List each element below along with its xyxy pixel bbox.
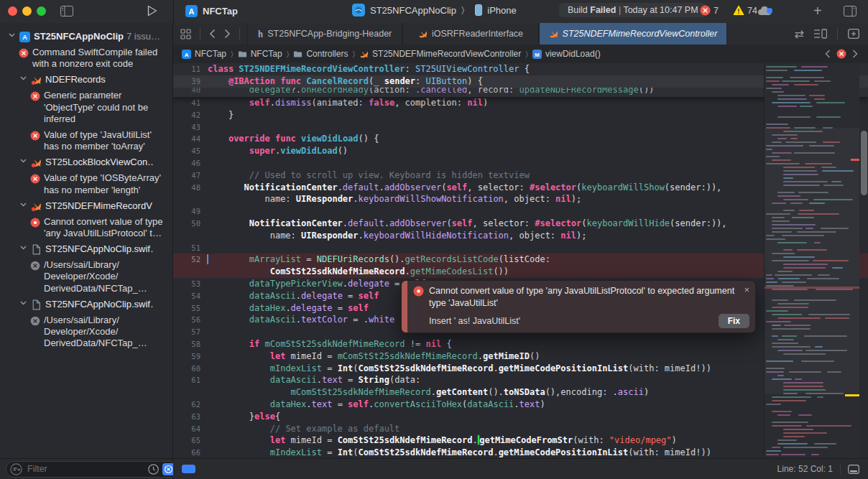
minimap-line: [799, 210, 814, 211]
recent-issues-icon[interactable]: [148, 464, 159, 475]
issue-row[interactable]: Command SwiftCompile failed with a nonze…: [0, 45, 172, 72]
issue-row[interactable]: Value of type 'IOSByteArray' has no memb…: [0, 170, 172, 197]
navigator-filter-bar: [0, 458, 173, 479]
line-number: 62: [173, 399, 208, 411]
file-icon: [31, 299, 42, 310]
error-message: Cannot convert value of type 'any JavaUt…: [429, 285, 739, 310]
line-number: 41: [173, 97, 208, 109]
breadcrumb-item[interactable]: ST25NDEFMimeRecordViewController: [359, 49, 521, 59]
issue-row[interactable]: Value of type 'JavaUtilList' has no memb…: [0, 127, 172, 154]
issue-group-row[interactable]: ST25NDEFMimeRecordV…: [0, 198, 172, 214]
minimap-line: [822, 170, 854, 172]
disclosure-chevron-icon[interactable]: [19, 246, 27, 250]
issue-group-row[interactable]: ST25LockBlockViewCon…: [0, 154, 172, 170]
warning-count-badge[interactable]: 74: [733, 5, 757, 16]
breadcrumb-item[interactable]: NFCTap: [238, 49, 282, 59]
adjust-editor-icon[interactable]: [814, 29, 827, 39]
breadcrumb-item[interactable]: ANFCTap: [182, 49, 226, 59]
minimap-line: [821, 167, 836, 168]
issue-group-row[interactable]: ST25NFCAppNoClip.swif…: [0, 297, 172, 312]
minimap-line: [814, 443, 836, 445]
fixit-suggestion: Insert ' as! JavaUtilList': [429, 316, 719, 326]
disclosure-chevron-icon[interactable]: [19, 203, 27, 207]
close-icon[interactable]: ×: [744, 285, 749, 310]
minimap-line: [772, 325, 781, 326]
minimap-line: [772, 335, 778, 337]
add-tab-button[interactable]: +: [813, 3, 822, 19]
line-content: dataAscii.textColor = .white: [208, 314, 394, 326]
minimap-line: [832, 267, 843, 269]
minimap-line: [783, 447, 828, 448]
line-content: if mComStSt25sdkNdefMimeRecord != nil {: [208, 338, 452, 350]
source-editor[interactable]: 41 self.dismiss(animated: false, complet…: [173, 63, 868, 458]
minimap-line: [777, 138, 787, 139]
error-popup: Cannot convert value of type 'any JavaUt…: [401, 280, 756, 333]
issue-group-row[interactable]: NDEFRecords: [0, 72, 172, 88]
disclosure-chevron-icon[interactable]: [7, 33, 16, 37]
issue-row[interactable]: /Users/sai/Library/ Developer/Xcode/ Der…: [0, 257, 172, 297]
tab-2[interactable]: iOSRFReaderInterface: [402, 23, 539, 45]
prev-issue-button[interactable]: [825, 50, 831, 58]
tab-label: ST25NFCApp-Bridging-Header: [267, 29, 392, 39]
run-button[interactable]: [147, 5, 157, 17]
disclosure-chevron-icon[interactable]: [19, 159, 27, 163]
swift-icon: [359, 50, 369, 59]
line-number: 54: [173, 290, 208, 302]
next-issue-button[interactable]: [852, 50, 858, 58]
editor-scrollbar[interactable]: [861, 131, 867, 195]
activity-view[interactable]: Build Failed | Today at 10:47 PM: [559, 3, 707, 17]
add-editor-icon[interactable]: [848, 29, 859, 39]
minimap-line: [766, 371, 784, 373]
issue-row[interactable]: /Users/sai/Library/ Developer/Xcode/ Der…: [0, 312, 172, 352]
filter-options-icon[interactable]: [10, 463, 22, 475]
disclosure-chevron-icon[interactable]: [19, 76, 27, 80]
zoom-window-button[interactable]: [37, 6, 46, 16]
issue-group-row[interactable]: AST25NFCAppNoClip7 issu…: [0, 29, 172, 45]
minimap-line: [777, 414, 790, 416]
device-name[interactable]: iPhone: [487, 5, 516, 16]
toggle-sidebar-icon[interactable]: [60, 6, 73, 17]
breadcrumb-item[interactable]: MviewDidLoad(): [532, 49, 601, 59]
minimap-line: [772, 307, 808, 308]
swap-editors-icon[interactable]: ⇄: [795, 27, 804, 41]
issue-indicator-icon[interactable]: [836, 49, 846, 59]
minimap-line: [777, 242, 807, 243]
forward-button[interactable]: [224, 29, 231, 39]
minimap-line: [794, 70, 822, 71]
title-bar-main: A NFCTap ST25NFCAppNoClip 〉 iPhone Build…: [174, 0, 868, 23]
issue-group-row[interactable]: ST25NFCAppNoClip.swif…: [0, 241, 172, 257]
filter-input[interactable]: [26, 463, 144, 475]
disclosure-chevron-icon[interactable]: [19, 301, 27, 305]
minimap-line: [814, 242, 821, 243]
line-content: NotificationCenter.default.addObserver(s…: [208, 218, 727, 230]
tab-1[interactable]: hST25NFCApp-Bridging-Header: [247, 23, 402, 45]
close-window-button[interactable]: [8, 6, 17, 16]
issue-row[interactable]: Generic parameter 'ObjectType' could not…: [0, 88, 172, 127]
breadcrumb-item[interactable]: Controllers: [293, 49, 348, 59]
back-button[interactable]: [209, 29, 216, 39]
fix-button[interactable]: Fix: [719, 314, 749, 328]
minimap-line: [783, 382, 823, 383]
toggle-inspector-icon[interactable]: [844, 6, 857, 17]
minimap-line: [790, 203, 803, 204]
minimap[interactable]: [764, 63, 859, 458]
minimap-line: [777, 443, 808, 445]
minimap-line: [807, 278, 839, 279]
scheme-selector[interactable]: ST25NFCAppNoClip 〉 iPhone: [352, 4, 517, 17]
editor-mode-icon[interactable]: [848, 465, 859, 474]
line-col-indicator: Line: 52 Col: 1: [777, 464, 833, 474]
minimap-line: [772, 152, 792, 154]
minimap-line: [777, 195, 800, 197]
tab-overview-icon[interactable]: [180, 29, 191, 39]
tab-3[interactable]: ST25NDEFMimeRecordViewController: [539, 23, 727, 45]
line-content: @IBAction func CancelRecord(_ sender: UI…: [208, 75, 483, 88]
minimize-window-button[interactable]: [22, 6, 32, 16]
minimap-line: [816, 116, 841, 118]
error-count-badge[interactable]: 7: [700, 5, 719, 16]
jump-bar: ANFCTap〉NFCTap〉Controllers〉ST25NDEFMimeR…: [173, 45, 868, 64]
svg-text:M: M: [535, 51, 540, 57]
minimap-line: [795, 378, 802, 380]
filter-field[interactable]: [6, 461, 179, 478]
issue-row[interactable]: Cannot convert value of type 'any JavaUt…: [0, 214, 172, 241]
breakpoint-pill-icon[interactable]: [182, 465, 195, 473]
